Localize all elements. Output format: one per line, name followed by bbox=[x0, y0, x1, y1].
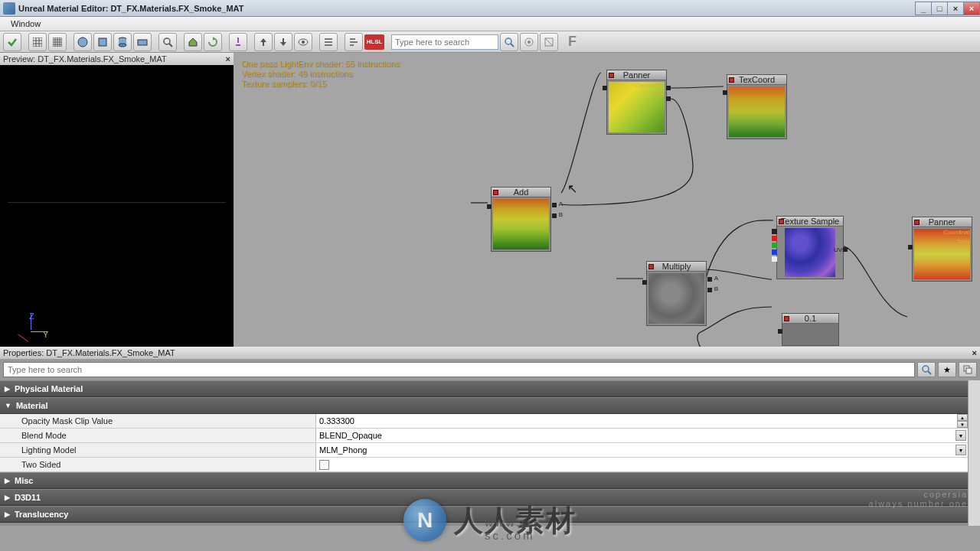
close-button-2[interactable]: × bbox=[963, 2, 980, 15]
chevron-down-icon[interactable]: ▼ bbox=[956, 445, 966, 455]
copy-icon[interactable] bbox=[959, 362, 977, 377]
category-d3d11[interactable]: ▶D3D11 bbox=[0, 489, 968, 506]
preview-panel[interactable]: Preview: DT_FX.Materials.FX_Smoke_MAT × … bbox=[0, 53, 234, 347]
node-preview bbox=[648, 273, 704, 324]
output-port[interactable] bbox=[723, 90, 727, 95]
output-port-rgb[interactable] bbox=[772, 229, 777, 234]
cylinder-icon[interactable] bbox=[113, 33, 132, 51]
property-label: Lighting Model bbox=[0, 445, 315, 455]
svg-point-33 bbox=[528, 41, 531, 44]
properties-search-input[interactable] bbox=[3, 362, 915, 377]
output-port[interactable] bbox=[778, 329, 782, 334]
property-row: Opacity Mask Clip Value 0.333300 ▲▼ bbox=[0, 414, 968, 429]
node-preview bbox=[914, 229, 970, 279]
tool-b-icon[interactable] bbox=[540, 33, 558, 51]
axis-y-label: Y bbox=[43, 330, 48, 339]
output-port-b[interactable] bbox=[772, 249, 777, 255]
favorite-icon[interactable]: ★ bbox=[938, 362, 956, 377]
checkbox[interactable] bbox=[319, 460, 329, 470]
output-port[interactable] bbox=[603, 86, 607, 90]
menu-window[interactable]: Window bbox=[5, 18, 47, 30]
list1-icon[interactable] bbox=[319, 33, 338, 51]
category-physical-material[interactable]: ▶Physical Material bbox=[0, 380, 968, 397]
property-row: Two Sided bbox=[0, 458, 968, 472]
node-panner-2[interactable]: Panner Coordinat Time bbox=[912, 217, 972, 282]
input-port[interactable] bbox=[666, 96, 671, 101]
maximize-button[interactable]: □ bbox=[931, 2, 948, 15]
spinner[interactable]: ▲▼ bbox=[957, 414, 968, 428]
node-preview bbox=[493, 199, 549, 249]
node-texture-sample[interactable]: Texture Sample UVs bbox=[776, 216, 844, 279]
svg-point-16 bbox=[119, 44, 126, 47]
stat-line: One pass LightEnv shader: 55 instruction… bbox=[241, 59, 400, 69]
output-port[interactable] bbox=[642, 280, 647, 285]
svg-line-19 bbox=[169, 44, 172, 47]
opacity-mask-field[interactable]: 0.333300 ▲▼ bbox=[315, 414, 968, 428]
port-label: Time bbox=[957, 238, 970, 245]
eye-icon[interactable] bbox=[294, 33, 312, 51]
input-port[interactable] bbox=[552, 214, 557, 218]
two-sided-checkbox[interactable] bbox=[315, 458, 968, 471]
input-port[interactable] bbox=[552, 203, 557, 207]
port-label: Coordinate bbox=[635, 82, 665, 89]
output-port-a[interactable] bbox=[772, 256, 777, 262]
input-port[interactable] bbox=[707, 288, 712, 292]
output-port-g[interactable] bbox=[772, 243, 777, 248]
blend-mode-dropdown[interactable]: BLEND_Opaque ▼ bbox=[315, 429, 968, 442]
menubar: Window bbox=[0, 17, 980, 31]
port-label: B bbox=[559, 211, 563, 218]
cube-icon[interactable] bbox=[93, 33, 112, 51]
f-label: F bbox=[565, 34, 580, 50]
find-icon[interactable] bbox=[158, 33, 177, 51]
node-title: 0.1 bbox=[805, 314, 816, 323]
apply-icon[interactable] bbox=[3, 33, 21, 51]
arrow-up-icon[interactable] bbox=[254, 33, 273, 51]
close-button[interactable]: × bbox=[947, 2, 964, 15]
list2-icon[interactable] bbox=[345, 33, 363, 51]
search-go-icon[interactable] bbox=[500, 33, 518, 51]
output-port[interactable] bbox=[487, 204, 492, 209]
grid-icon[interactable] bbox=[28, 33, 47, 51]
node-graph[interactable]: One pass LightEnv shader: 55 instruction… bbox=[234, 53, 980, 347]
category-misc[interactable]: ▶Misc bbox=[0, 472, 968, 489]
properties-title: Properties: DT_FX.Materials.FX_Smoke_MAT bbox=[3, 348, 175, 357]
properties-close-icon[interactable]: × bbox=[972, 348, 977, 357]
property-label: Blend Mode bbox=[0, 431, 315, 440]
node-add[interactable]: Add A B bbox=[491, 187, 551, 252]
property-value: BLEND_Opaque bbox=[319, 431, 382, 440]
toolbar-search-input[interactable] bbox=[391, 34, 498, 50]
property-value: MLM_Phong bbox=[319, 445, 367, 455]
plane-icon[interactable] bbox=[133, 33, 152, 51]
node-constant[interactable]: 0.1 bbox=[782, 313, 839, 346]
refresh-icon[interactable] bbox=[204, 33, 222, 51]
lighting-model-dropdown[interactable]: MLM_Phong ▼ bbox=[315, 443, 968, 457]
output-port[interactable] bbox=[908, 245, 913, 249]
hlsl-button[interactable]: HLSL bbox=[364, 34, 384, 50]
category-material[interactable]: ▼Material bbox=[0, 397, 968, 414]
input-port[interactable] bbox=[843, 247, 848, 252]
output-port-r[interactable] bbox=[772, 236, 777, 241]
preview-close-icon[interactable]: × bbox=[226, 54, 230, 64]
home-icon[interactable] bbox=[184, 33, 202, 51]
sphere-icon[interactable] bbox=[74, 33, 92, 51]
category-label: D3D11 bbox=[15, 493, 41, 502]
realtime-icon[interactable] bbox=[229, 33, 247, 51]
arrow-down-icon[interactable] bbox=[274, 33, 292, 51]
node-texcoord[interactable]: TexCoord bbox=[727, 74, 787, 139]
input-port[interactable] bbox=[666, 86, 671, 90]
svg-line-37 bbox=[928, 371, 931, 374]
chevron-down-icon[interactable]: ▼ bbox=[956, 430, 966, 441]
category-label: Material bbox=[16, 401, 48, 410]
properties-scrollbar[interactable] bbox=[968, 380, 980, 526]
grid2-icon[interactable] bbox=[48, 33, 67, 51]
axis-z-label: Z bbox=[29, 311, 34, 321]
input-port[interactable] bbox=[707, 277, 712, 282]
category-label: Misc bbox=[15, 476, 33, 485]
search-icon[interactable] bbox=[917, 362, 936, 377]
tool-a-icon[interactable] bbox=[520, 33, 538, 51]
node-panner[interactable]: Panner Coordinate Time bbox=[606, 70, 667, 135]
category-translucency[interactable]: ▶Translucency bbox=[0, 506, 968, 523]
minimize-button[interactable]: _ bbox=[915, 2, 932, 15]
node-multiply[interactable]: Multiply A B bbox=[646, 261, 707, 326]
shader-stats: One pass LightEnv shader: 55 instruction… bbox=[241, 59, 400, 89]
